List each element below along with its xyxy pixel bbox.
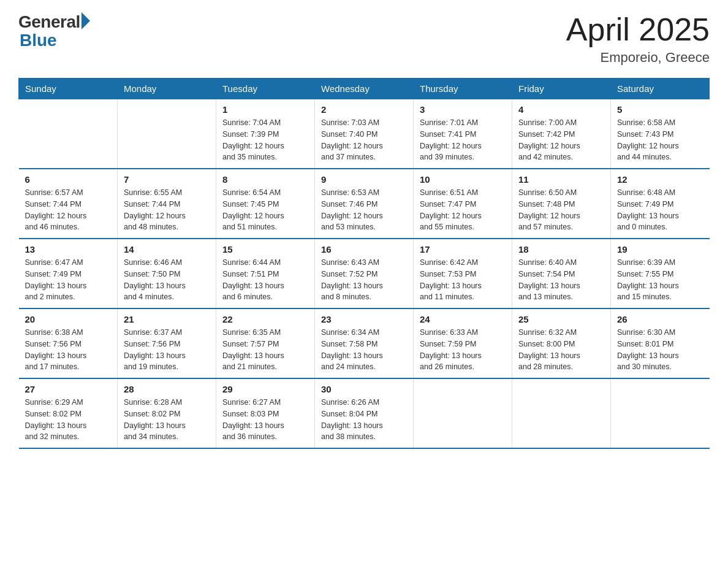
day-number: 26 <box>617 314 703 324</box>
calendar-cell: 3Sunrise: 7:01 AM Sunset: 7:41 PM Daylig… <box>414 99 512 169</box>
calendar-cell: 19Sunrise: 6:39 AM Sunset: 7:55 PM Dayli… <box>611 239 710 308</box>
day-info: Sunrise: 6:27 AM Sunset: 8:03 PM Dayligh… <box>222 397 308 443</box>
header-row: SundayMondayTuesdayWednesdayThursdayFrid… <box>19 79 710 99</box>
day-info: Sunrise: 6:50 AM Sunset: 7:48 PM Dayligh… <box>518 187 604 233</box>
day-info: Sunrise: 6:40 AM Sunset: 7:54 PM Dayligh… <box>518 257 604 303</box>
calendar-cell: 24Sunrise: 6:33 AM Sunset: 7:59 PM Dayli… <box>414 308 512 378</box>
day-info: Sunrise: 6:38 AM Sunset: 7:56 PM Dayligh… <box>25 327 112 373</box>
day-info: Sunrise: 6:42 AM Sunset: 7:53 PM Dayligh… <box>420 257 506 303</box>
day-number: 4 <box>518 104 604 115</box>
day-number: 30 <box>321 384 407 394</box>
header-cell-friday: Friday <box>512 79 611 99</box>
day-info: Sunrise: 6:35 AM Sunset: 7:57 PM Dayligh… <box>222 327 308 373</box>
day-info: Sunrise: 7:03 AM Sunset: 7:40 PM Dayligh… <box>321 117 407 163</box>
day-info: Sunrise: 6:46 AM Sunset: 7:50 PM Dayligh… <box>124 257 210 303</box>
calendar-week-row: 6Sunrise: 6:57 AM Sunset: 7:44 PM Daylig… <box>19 169 710 239</box>
day-number: 27 <box>25 384 112 394</box>
calendar-cell: 26Sunrise: 6:30 AM Sunset: 8:01 PM Dayli… <box>611 308 710 378</box>
day-info: Sunrise: 6:34 AM Sunset: 7:58 PM Dayligh… <box>321 327 407 373</box>
day-number: 1 <box>222 104 308 115</box>
header-cell-thursday: Thursday <box>414 79 512 99</box>
header-cell-wednesday: Wednesday <box>315 79 414 99</box>
calendar-cell: 6Sunrise: 6:57 AM Sunset: 7:44 PM Daylig… <box>19 169 118 239</box>
calendar-cell: 16Sunrise: 6:43 AM Sunset: 7:52 PM Dayli… <box>315 239 414 308</box>
calendar-week-row: 13Sunrise: 6:47 AM Sunset: 7:49 PM Dayli… <box>19 239 710 308</box>
calendar-cell: 18Sunrise: 6:40 AM Sunset: 7:54 PM Dayli… <box>512 239 611 308</box>
day-number: 19 <box>617 244 703 255</box>
day-info: Sunrise: 6:55 AM Sunset: 7:44 PM Dayligh… <box>124 187 210 233</box>
calendar-title: April 2025 <box>566 12 710 47</box>
calendar-cell: 30Sunrise: 6:26 AM Sunset: 8:04 PM Dayli… <box>315 378 414 448</box>
day-number: 20 <box>25 314 112 324</box>
calendar-cell: 20Sunrise: 6:38 AM Sunset: 7:56 PM Dayli… <box>19 308 118 378</box>
day-number: 11 <box>518 174 604 185</box>
day-info: Sunrise: 6:30 AM Sunset: 8:01 PM Dayligh… <box>617 327 703 373</box>
header-cell-saturday: Saturday <box>611 79 710 99</box>
calendar-cell <box>414 378 512 448</box>
day-info: Sunrise: 6:53 AM Sunset: 7:46 PM Dayligh… <box>321 187 407 233</box>
day-info: Sunrise: 6:48 AM Sunset: 7:49 PM Dayligh… <box>617 187 703 233</box>
calendar-body: 1Sunrise: 7:04 AM Sunset: 7:39 PM Daylig… <box>19 99 710 449</box>
calendar-cell <box>611 378 710 448</box>
day-info: Sunrise: 6:33 AM Sunset: 7:59 PM Dayligh… <box>420 327 506 373</box>
day-number: 3 <box>420 104 506 115</box>
day-number: 28 <box>124 384 210 394</box>
calendar-cell: 4Sunrise: 7:00 AM Sunset: 7:42 PM Daylig… <box>512 99 611 169</box>
header-cell-sunday: Sunday <box>19 79 118 99</box>
calendar-cell: 23Sunrise: 6:34 AM Sunset: 7:58 PM Dayli… <box>315 308 414 378</box>
day-info: Sunrise: 6:28 AM Sunset: 8:02 PM Dayligh… <box>124 397 210 443</box>
day-number: 7 <box>124 174 210 185</box>
day-number: 13 <box>25 244 112 255</box>
day-info: Sunrise: 6:44 AM Sunset: 7:51 PM Dayligh… <box>222 257 308 303</box>
calendar-cell: 8Sunrise: 6:54 AM Sunset: 7:45 PM Daylig… <box>216 169 315 239</box>
logo-general-text: General <box>18 12 80 32</box>
page-header: General Blue April 2025 Emporeio, Greece <box>18 12 710 66</box>
day-number: 18 <box>518 244 604 255</box>
calendar-cell: 17Sunrise: 6:42 AM Sunset: 7:53 PM Dayli… <box>414 239 512 308</box>
day-info: Sunrise: 6:37 AM Sunset: 7:56 PM Dayligh… <box>124 327 210 373</box>
day-info: Sunrise: 6:32 AM Sunset: 8:00 PM Dayligh… <box>518 327 604 373</box>
calendar-cell: 28Sunrise: 6:28 AM Sunset: 8:02 PM Dayli… <box>118 378 216 448</box>
calendar-cell <box>512 378 611 448</box>
day-info: Sunrise: 6:58 AM Sunset: 7:43 PM Dayligh… <box>617 117 703 163</box>
calendar-cell: 29Sunrise: 6:27 AM Sunset: 8:03 PM Dayli… <box>216 378 315 448</box>
day-number: 9 <box>321 174 407 185</box>
day-number: 5 <box>617 104 703 115</box>
header-cell-monday: Monday <box>118 79 216 99</box>
day-info: Sunrise: 6:51 AM Sunset: 7:47 PM Dayligh… <box>420 187 506 233</box>
logo: General Blue <box>18 12 90 50</box>
calendar-cell: 25Sunrise: 6:32 AM Sunset: 8:00 PM Dayli… <box>512 308 611 378</box>
logo-blue-text: Blue <box>20 31 57 50</box>
logo-arrow-icon <box>82 12 90 29</box>
day-number: 10 <box>420 174 506 185</box>
day-number: 12 <box>617 174 703 185</box>
day-number: 21 <box>124 314 210 324</box>
calendar-header: SundayMondayTuesdayWednesdayThursdayFrid… <box>19 79 710 99</box>
calendar-table: SundayMondayTuesdayWednesdayThursdayFrid… <box>18 78 710 449</box>
header-cell-tuesday: Tuesday <box>216 79 315 99</box>
calendar-cell: 11Sunrise: 6:50 AM Sunset: 7:48 PM Dayli… <box>512 169 611 239</box>
day-number: 2 <box>321 104 407 115</box>
day-number: 17 <box>420 244 506 255</box>
day-number: 6 <box>25 174 112 185</box>
day-number: 15 <box>222 244 308 255</box>
day-info: Sunrise: 6:26 AM Sunset: 8:04 PM Dayligh… <box>321 397 407 443</box>
calendar-cell: 5Sunrise: 6:58 AM Sunset: 7:43 PM Daylig… <box>611 99 710 169</box>
calendar-cell: 21Sunrise: 6:37 AM Sunset: 7:56 PM Dayli… <box>118 308 216 378</box>
calendar-cell: 27Sunrise: 6:29 AM Sunset: 8:02 PM Dayli… <box>19 378 118 448</box>
day-number: 25 <box>518 314 604 324</box>
day-info: Sunrise: 6:29 AM Sunset: 8:02 PM Dayligh… <box>25 397 112 443</box>
day-info: Sunrise: 6:54 AM Sunset: 7:45 PM Dayligh… <box>222 187 308 233</box>
calendar-cell <box>19 99 118 169</box>
calendar-cell: 22Sunrise: 6:35 AM Sunset: 7:57 PM Dayli… <box>216 308 315 378</box>
day-number: 16 <box>321 244 407 255</box>
day-info: Sunrise: 7:01 AM Sunset: 7:41 PM Dayligh… <box>420 117 506 163</box>
calendar-cell: 1Sunrise: 7:04 AM Sunset: 7:39 PM Daylig… <box>216 99 315 169</box>
day-info: Sunrise: 7:04 AM Sunset: 7:39 PM Dayligh… <box>222 117 308 163</box>
calendar-cell <box>118 99 216 169</box>
calendar-cell: 9Sunrise: 6:53 AM Sunset: 7:46 PM Daylig… <box>315 169 414 239</box>
day-number: 8 <box>222 174 308 185</box>
day-info: Sunrise: 6:47 AM Sunset: 7:49 PM Dayligh… <box>25 257 112 303</box>
day-number: 23 <box>321 314 407 324</box>
calendar-cell: 14Sunrise: 6:46 AM Sunset: 7:50 PM Dayli… <box>118 239 216 308</box>
